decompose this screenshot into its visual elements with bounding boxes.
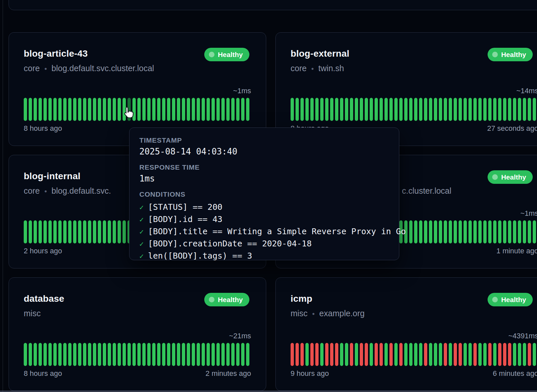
history-bar[interactable]: [73, 98, 76, 121]
history-bar[interactable]: [434, 98, 437, 121]
history-bar[interactable]: [78, 98, 81, 121]
history-bar[interactable]: [39, 343, 42, 366]
history-bar[interactable]: [63, 98, 67, 121]
history-bar[interactable]: [345, 98, 348, 121]
history-bar[interactable]: [113, 343, 116, 366]
history-bar[interactable]: [300, 98, 304, 121]
history-bar[interactable]: [93, 220, 96, 243]
history-bar[interactable]: [518, 343, 521, 366]
history-bar[interactable]: [468, 220, 472, 243]
history-bar[interactable]: [305, 98, 309, 121]
history-bar[interactable]: [483, 98, 487, 121]
history-bar[interactable]: [473, 220, 477, 243]
history-bar[interactable]: [340, 98, 343, 121]
history-bar[interactable]: [24, 220, 27, 243]
history-bar[interactable]: [202, 343, 205, 366]
history-bar[interactable]: [523, 98, 526, 121]
history-bar[interactable]: [518, 220, 521, 243]
history-bar[interactable]: [315, 98, 319, 121]
history-bar[interactable]: [483, 343, 487, 366]
history-bar[interactable]: [43, 343, 47, 366]
history-bar[interactable]: [73, 220, 76, 243]
history-bar[interactable]: [409, 343, 412, 366]
history-bar[interactable]: [197, 343, 200, 366]
history-bar[interactable]: [212, 343, 215, 366]
history-bar[interactable]: [380, 343, 383, 366]
history-bar[interactable]: [493, 220, 496, 243]
history-bar[interactable]: [518, 98, 521, 121]
history-bar[interactable]: [88, 220, 91, 243]
history-bar[interactable]: [142, 343, 146, 366]
history-bar[interactable]: [399, 343, 403, 366]
history-bar[interactable]: [483, 220, 487, 243]
history-bar[interactable]: [528, 98, 531, 121]
history-bar[interactable]: [330, 98, 333, 121]
history-bar[interactable]: [221, 98, 225, 121]
history-bar[interactable]: [404, 343, 408, 366]
history-bar[interactable]: [389, 343, 393, 366]
history-bar[interactable]: [43, 220, 47, 243]
history-bar[interactable]: [182, 343, 185, 366]
history-bar[interactable]: [187, 98, 190, 121]
history-bar[interactable]: [246, 343, 249, 366]
history-bar[interactable]: [83, 98, 86, 121]
monitor-card-database[interactable]: database misc Healthy ~21ms 8 hours ago …: [9, 277, 266, 391]
history-bar[interactable]: [454, 220, 457, 243]
history-bar[interactable]: [177, 98, 180, 121]
history-bar[interactable]: [296, 343, 299, 366]
history-bar[interactable]: [192, 343, 195, 366]
history-bar[interactable]: [83, 220, 86, 243]
history-bar[interactable]: [414, 98, 417, 121]
history-bar[interactable]: [88, 343, 91, 366]
history-bar[interactable]: [207, 343, 210, 366]
history-bar[interactable]: [177, 343, 180, 366]
history-bar[interactable]: [434, 220, 437, 243]
history-bar[interactable]: [454, 343, 457, 366]
history-bar[interactable]: [508, 98, 511, 121]
history-bar[interactable]: [409, 220, 412, 243]
history-bar[interactable]: [498, 220, 501, 243]
history-bar[interactable]: [231, 98, 235, 121]
history-bar[interactable]: [226, 343, 230, 366]
history-bar[interactable]: [142, 98, 146, 121]
history-bar[interactable]: [464, 220, 467, 243]
history-bar[interactable]: [488, 220, 492, 243]
history-bar[interactable]: [246, 98, 249, 121]
history-bar[interactable]: [315, 343, 319, 366]
history-bar[interactable]: [202, 98, 205, 121]
history-bar[interactable]: [350, 343, 353, 366]
history-bar[interactable]: [192, 98, 195, 121]
history-bar[interactable]: [167, 343, 170, 366]
history-bar[interactable]: [83, 343, 86, 366]
history-bar[interactable]: [221, 343, 225, 366]
history-bar[interactable]: [444, 98, 447, 121]
history-bar[interactable]: [147, 343, 151, 366]
history-bar[interactable]: [236, 343, 240, 366]
history-bar[interactable]: [533, 220, 536, 243]
history-bar[interactable]: [409, 98, 412, 121]
history-bar[interactable]: [113, 220, 116, 243]
history-bar[interactable]: [345, 343, 348, 366]
history-bar[interactable]: [187, 343, 190, 366]
history-bar[interactable]: [137, 343, 141, 366]
history-bar[interactable]: [478, 98, 482, 121]
history-bar[interactable]: [488, 343, 492, 366]
history-bar[interactable]: [132, 343, 136, 366]
history-bar[interactable]: [434, 343, 437, 366]
history-bar[interactable]: [320, 343, 324, 366]
history-bar[interactable]: [157, 98, 160, 121]
history-bar[interactable]: [88, 98, 91, 121]
history-bar[interactable]: [207, 98, 210, 121]
history-bar[interactable]: [216, 98, 220, 121]
history-bar[interactable]: [419, 343, 422, 366]
history-bar[interactable]: [488, 98, 492, 121]
history-bar[interactable]: [340, 343, 343, 366]
history-bar[interactable]: [34, 343, 37, 366]
history-bar[interactable]: [464, 98, 467, 121]
history-bar[interactable]: [449, 98, 452, 121]
history-bar[interactable]: [48, 98, 52, 121]
history-bar[interactable]: [498, 343, 501, 366]
history-bar[interactable]: [375, 98, 378, 121]
history-bar[interactable]: [296, 98, 299, 121]
history-bar[interactable]: [424, 343, 427, 366]
